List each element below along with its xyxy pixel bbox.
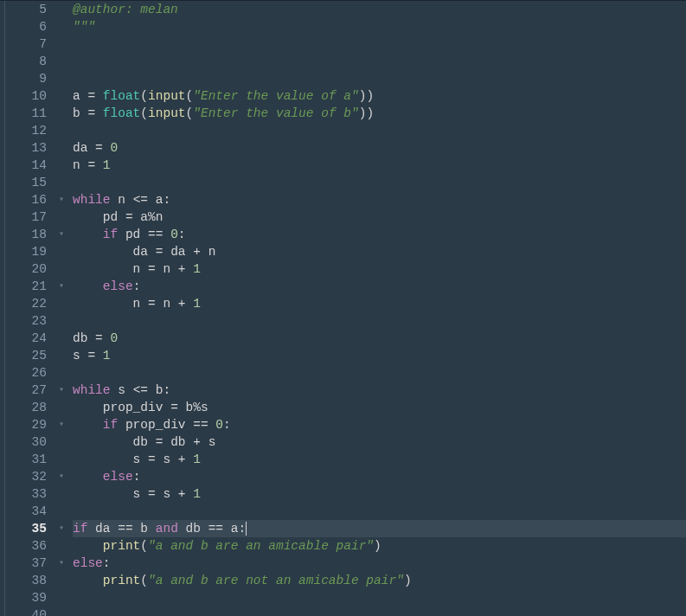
token-id: db <box>178 522 208 536</box>
line-number: 19 <box>5 243 47 260</box>
code-area[interactable]: @author: melan"""a = float(input("Enter … <box>69 1 686 616</box>
fold-toggle-icon[interactable]: ▾ <box>54 468 69 485</box>
token-op: % <box>193 401 201 414</box>
code-line[interactable]: pd = a%n <box>73 209 686 226</box>
token-id: n <box>163 262 177 276</box>
token-id: n <box>163 297 177 311</box>
code-line[interactable]: if da == b and db == a: <box>73 520 686 537</box>
token-id: prop_div <box>73 401 170 414</box>
token-id <box>73 418 103 432</box>
code-line[interactable]: else: <box>73 555 686 572</box>
token-str: "Enter the value of a" <box>193 89 358 103</box>
token-op: = <box>148 452 163 466</box>
token-cm: @author: melan <box>73 3 178 16</box>
token-op: : <box>238 522 246 536</box>
token-op: + <box>193 245 208 259</box>
code-line[interactable]: s = s + 1 <box>73 451 686 468</box>
code-line[interactable] <box>73 122 686 139</box>
token-id: n <box>111 193 133 207</box>
line-number: 12 <box>5 122 47 139</box>
fold-toggle-icon[interactable]: ▾ <box>54 382 69 399</box>
line-number: 8 <box>5 53 47 70</box>
token-id: b <box>186 401 194 414</box>
fold-empty <box>54 347 69 364</box>
code-line[interactable]: while n <= a: <box>73 191 686 209</box>
token-id <box>73 228 103 241</box>
fold-empty <box>54 18 69 35</box>
fold-toggle-icon[interactable]: ▾ <box>54 226 69 243</box>
code-editor[interactable]: 5678910111213141516171819202122232425262… <box>0 0 686 616</box>
fold-toggle-icon[interactable]: ▾ <box>54 191 69 209</box>
code-line[interactable]: da = 0 <box>73 139 686 157</box>
token-op: )) <box>359 106 374 120</box>
code-line[interactable] <box>73 503 686 520</box>
code-line[interactable]: print("a and b are an amicable pair") <box>73 537 686 555</box>
token-id: n <box>73 158 87 172</box>
token-id: n <box>156 210 163 224</box>
token-kw: and <box>156 522 178 536</box>
code-line[interactable] <box>73 35 686 53</box>
token-fn: float <box>103 106 141 120</box>
text-cursor <box>246 522 247 536</box>
line-number: 26 <box>5 364 47 382</box>
token-op: = <box>87 349 102 363</box>
code-line[interactable]: n = n + 1 <box>73 295 686 312</box>
fold-empty <box>54 174 69 191</box>
fold-empty <box>54 87 69 105</box>
code-line[interactable]: s = s + 1 <box>73 485 686 503</box>
fold-toggle-icon[interactable]: ▾ <box>54 416 69 433</box>
code-line[interactable]: a = float(input("Enter the value of a")) <box>73 87 686 105</box>
code-line[interactable] <box>73 606 686 616</box>
fold-empty <box>54 606 69 616</box>
code-line[interactable]: db = db + s <box>73 433 686 451</box>
code-line[interactable]: while s <= b: <box>73 382 686 399</box>
token-op: : <box>103 556 111 570</box>
fold-toggle-icon[interactable]: ▾ <box>54 520 69 537</box>
line-number: 6 <box>5 18 47 35</box>
code-line[interactable]: n = n + 1 <box>73 260 686 278</box>
code-line[interactable]: """ <box>73 18 686 35</box>
code-line[interactable]: else: <box>73 468 686 485</box>
fold-toggle-icon[interactable]: ▾ <box>54 278 69 295</box>
fold-empty <box>54 243 69 260</box>
line-number-gutter: 5678910111213141516171819202122232425262… <box>5 1 54 616</box>
token-op: + <box>178 452 193 466</box>
token-kw: else <box>103 279 133 293</box>
code-line[interactable]: da = da + n <box>73 243 686 260</box>
code-line[interactable]: prop_div = b%s <box>73 399 686 416</box>
code-line[interactable] <box>73 364 686 382</box>
code-line[interactable]: @author: melan <box>73 1 686 18</box>
line-number: 28 <box>5 399 47 416</box>
code-line[interactable]: n = 1 <box>73 157 686 174</box>
line-number: 33 <box>5 485 47 503</box>
code-line[interactable]: if prop_div == 0: <box>73 416 686 433</box>
token-op: = <box>156 435 170 449</box>
code-line[interactable] <box>73 53 686 70</box>
fold-empty <box>54 295 69 312</box>
code-line[interactable]: db = 0 <box>73 330 686 347</box>
token-op: ( <box>186 89 194 103</box>
token-op: = <box>87 158 102 172</box>
code-line[interactable] <box>73 174 686 191</box>
code-line[interactable]: if pd == 0: <box>73 226 686 243</box>
code-line[interactable]: print("a and b are not an amicable pair"… <box>73 572 686 589</box>
token-kw: if <box>73 522 87 536</box>
code-line[interactable]: s = 1 <box>73 347 686 364</box>
token-op: : <box>163 383 170 397</box>
line-number: 5 <box>5 1 47 18</box>
fold-empty <box>54 105 69 122</box>
code-line[interactable]: else: <box>73 278 686 295</box>
token-op: ) <box>374 539 381 553</box>
line-number: 29 <box>5 416 47 433</box>
code-line[interactable]: b = float(input("Enter the value of b")) <box>73 105 686 122</box>
line-number: 10 <box>5 87 47 105</box>
line-number: 7 <box>5 35 47 53</box>
fold-toggle-icon[interactable]: ▾ <box>54 555 69 572</box>
token-id: s <box>208 435 216 449</box>
code-line[interactable] <box>73 589 686 606</box>
token-kw: while <box>73 383 111 397</box>
code-line[interactable] <box>73 312 686 330</box>
token-id: da <box>73 245 156 259</box>
token-op: ( <box>140 539 148 553</box>
code-line[interactable] <box>73 70 686 87</box>
